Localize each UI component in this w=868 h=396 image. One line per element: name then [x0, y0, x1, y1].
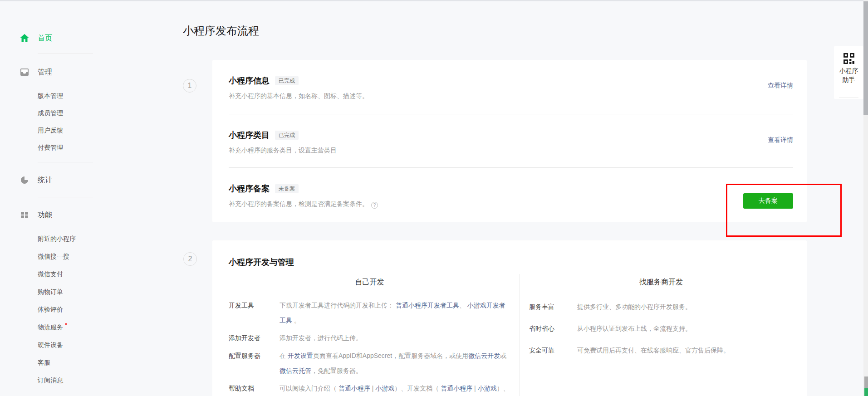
section-title: 小程序信息	[229, 75, 270, 86]
status-badge: 已完成	[275, 76, 299, 85]
inline-text: ）、开发文档（	[394, 385, 441, 392]
row-text: 下载开发者工具进行代码的开发和上传： 普通小程序开发者工具、 小游戏开发者工具 …	[280, 298, 510, 328]
pie-chart-icon	[19, 175, 30, 186]
sidebar-divider	[38, 162, 93, 162]
inline-link[interactable]: 普通小程序	[441, 385, 472, 392]
sidebar-item-wechat-pay[interactable]: 微信支付	[38, 271, 136, 278]
sidebar: 首页 管理 版本管理 成员管理 用户反馈 付费管理 统计 功能 附近的小程序 微…	[0, 0, 136, 396]
floating-widget-fragment-green[interactable]	[864, 388, 868, 396]
sidebar-item-customer-service[interactable]: 客服	[38, 359, 136, 366]
inline-link[interactable]: 小游戏	[478, 385, 497, 392]
row-text: 可以阅读入门介绍（ 普通小程序 | 小游戏）、开发文档（ 普通小程序 | 小游戏…	[280, 381, 510, 396]
sidebar-item-logistics-service[interactable]: 物流服务	[38, 324, 136, 331]
scrollbar-thumb[interactable]	[863, 1, 868, 115]
sidebar-manage-submenu: 版本管理 成员管理 用户反馈 付费管理	[0, 93, 136, 151]
qr-code-icon	[843, 53, 855, 64]
sidebar-item-nearby-miniprogram[interactable]: 附近的小程序	[38, 235, 136, 242]
dev-row-server-config: 配置服务器 在 开发设置页面查看AppID和AppSecret，配置服务器域名，…	[229, 348, 510, 378]
page-title: 小程序发布流程	[183, 24, 259, 38]
provider-development-column: 找服务商开发 服务丰富 提供多行业、多功能的小程序开发服务。 省时省心 从小程序…	[520, 274, 807, 396]
sidebar-item-paid-manage[interactable]: 付费管理	[38, 144, 136, 151]
column-header: 自己开发	[229, 278, 510, 287]
inline-link[interactable]: 微信云托管	[280, 367, 311, 374]
status-badge: 已完成	[275, 131, 299, 140]
assistant-label-line2: 助手	[834, 75, 863, 84]
inline-text: 或	[500, 352, 506, 359]
row-label: 服务丰富	[529, 300, 570, 313]
sidebar-item-shopping-orders[interactable]: 购物订单	[38, 288, 136, 295]
floating-widget-fragment-gray	[864, 376, 868, 388]
sidebar-item-version-manage[interactable]: 版本管理	[38, 93, 136, 99]
sidebar-features-submenu: 附近的小程序 微信搜一搜 微信支付 购物订单 体验评价 物流服务 硬件设备 客服…	[0, 235, 136, 384]
development-card: 小程序开发与管理 自己开发 开发工具 下载开发者工具进行代码的开发和上传： 普通…	[212, 240, 807, 396]
sidebar-item-home[interactable]: 首页	[0, 33, 136, 44]
status-badge: 未备案	[275, 184, 299, 193]
development-columns: 自己开发 开发工具 下载开发者工具进行代码的开发和上传： 普通小程序开发者工具、…	[212, 274, 807, 396]
inline-text: 在	[280, 352, 288, 359]
row-text: 可免费试用后再支付、在线客服响应、官方售后保障。	[577, 343, 793, 357]
row-text: 提供多行业、多功能的小程序开发服务。	[577, 300, 793, 313]
row-text: 添加开发者，进行代码上传。	[280, 331, 510, 346]
inline-text: 。	[292, 317, 300, 324]
view-details-link[interactable]: 查看详情	[768, 82, 793, 90]
sidebar-item-hardware-device[interactable]: 硬件设备	[38, 342, 136, 348]
sidebar-item-manage[interactable]: 管理	[0, 67, 136, 78]
publish-steps-card: 小程序信息 已完成 补充小程序的基本信息，如名称、图标、描述等。 查看详情 小程…	[212, 60, 807, 222]
inline-text: 页面查看AppID和AppSecret，配置服务器域名，或使用	[313, 352, 468, 359]
sidebar-item-subscribe-message[interactable]: 订阅消息	[38, 377, 136, 384]
sidebar-item-features[interactable]: 功能	[0, 210, 136, 220]
assistant-divider	[839, 97, 858, 98]
section-title: 小程序类目	[229, 130, 270, 141]
sidebar-item-label: 管理	[38, 68, 52, 77]
inline-link[interactable]: 普通小程序开发者工具	[396, 302, 459, 309]
inline-link[interactable]: 小游戏	[375, 385, 394, 392]
sidebar-item-user-feedback[interactable]: 用户反馈	[38, 127, 136, 134]
sidebar-item-wechat-search[interactable]: 微信搜一搜	[38, 253, 136, 260]
sidebar-item-label: 统计	[38, 176, 52, 185]
sidebar-divider	[38, 197, 93, 197]
inline-text: |	[370, 385, 375, 392]
self-development-column: 自己开发 开发工具 下载开发者工具进行代码的开发和上传： 普通小程序开发者工具、…	[212, 274, 520, 396]
sidebar-item-member-manage[interactable]: 成员管理	[38, 110, 136, 117]
column-header: 找服务商开发	[529, 278, 793, 287]
sidebar-divider	[38, 54, 93, 54]
help-icon[interactable]: ?	[371, 202, 378, 209]
row-label: 配置服务器	[229, 348, 272, 378]
view-details-link[interactable]: 查看详情	[768, 136, 793, 144]
section-description: 补充小程序的备案信息，检测是否满足备案条件。?	[229, 200, 793, 209]
grid-icon	[19, 210, 30, 220]
section-description: 补充小程序的服务类目，设置主营类目	[229, 147, 793, 155]
go-filing-button[interactable]: 去备案	[743, 193, 793, 209]
sidebar-item-experience-review[interactable]: 体验评价	[38, 306, 136, 313]
row-label: 开发工具	[229, 298, 272, 328]
section-miniprogram-icp-filing: 小程序备案 未备案 补充小程序的备案信息，检测是否满足备案条件。? 去备案	[212, 168, 807, 222]
section-description: 补充小程序的基本信息，如名称、图标、描述等。	[229, 92, 793, 100]
row-label: 添加开发者	[229, 331, 272, 346]
inline-text: 、	[459, 302, 467, 309]
inline-text: 下载开发者工具进行代码的开发和上传：	[280, 302, 396, 309]
sidebar-item-label: 功能	[38, 210, 52, 220]
section-description-text: 补充小程序的备案信息，检测是否满足备案条件。	[229, 200, 368, 207]
miniprogram-assistant-panel[interactable]: 小程序 助手	[834, 46, 863, 99]
provider-row-save-time: 省时省心 从小程序认证到发布上线，全流程支持。	[529, 322, 793, 335]
inline-link[interactable]: 开发设置	[288, 352, 313, 359]
step-number-2: 2	[183, 252, 197, 266]
inline-link[interactable]: 普通小程序	[338, 385, 370, 392]
inbox-icon	[19, 67, 30, 78]
sidebar-item-statistics[interactable]: 统计	[0, 175, 136, 186]
dev-row-add-developer: 添加开发者 添加开发者，进行代码上传。	[229, 331, 510, 346]
dev-row-help-docs: 帮助文档 可以阅读入门介绍（ 普通小程序 | 小游戏）、开发文档（ 普通小程序 …	[229, 381, 510, 396]
row-text: 从小程序认证到发布上线，全流程支持。	[577, 322, 793, 335]
row-text: 在 开发设置页面查看AppID和AppSecret，配置服务器域名，或使用微信云…	[280, 348, 510, 378]
assistant-label-line1: 小程序	[834, 66, 863, 75]
inline-text: ，免配置服务器。	[311, 367, 362, 374]
row-label: 安全可靠	[529, 343, 570, 357]
inline-text: ）、	[497, 385, 510, 392]
sidebar-item-label: 首页	[38, 34, 52, 43]
section-title: 小程序开发与管理	[229, 257, 294, 268]
row-label: 帮助文档	[229, 381, 272, 396]
provider-row-rich-service: 服务丰富 提供多行业、多功能的小程序开发服务。	[529, 300, 793, 313]
section-miniprogram-category: 小程序类目 已完成 补充小程序的服务类目，设置主营类目 查看详情	[212, 114, 807, 168]
inline-link[interactable]: 微信云开发	[468, 352, 500, 359]
inline-text: 添加开发者，进行代码上传。	[280, 334, 362, 342]
